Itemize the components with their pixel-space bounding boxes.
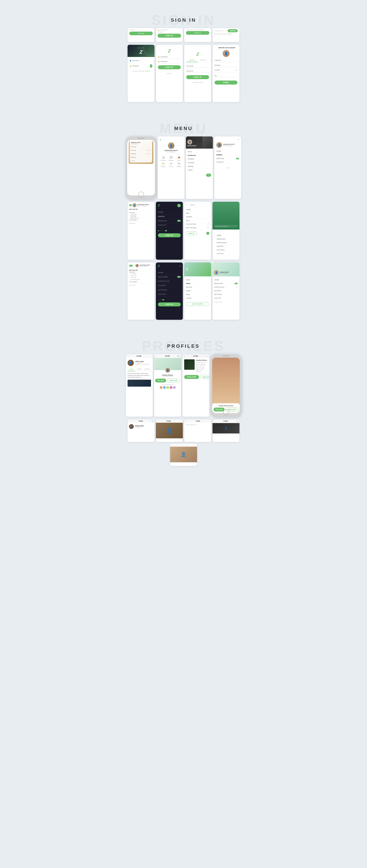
face-heart[interactable]: ♡	[180, 420, 181, 422]
dark2-settings[interactable]: SETTINGS	[158, 288, 181, 292]
pj2-more[interactable]: 🔍	[151, 420, 153, 422]
signin-btn-3[interactable]: SIGN IN	[186, 31, 209, 35]
signin-btn-tabs[interactable]: SIGN IN	[186, 75, 209, 79]
done-btn[interactable]: DONE	[215, 81, 237, 85]
gordon1-back[interactable]: ←	[156, 355, 158, 357]
username-input-1[interactable]	[132, 59, 152, 62]
back-arrow-3[interactable]: ←	[186, 48, 188, 50]
grad-portfolios[interactable]: PORTFOLIOS	[217, 241, 235, 245]
signin-arrow-btn[interactable]: →	[150, 64, 152, 68]
pg2-menu[interactable]: ≡	[214, 420, 215, 422]
tab-signin[interactable]: SIGN IN	[186, 58, 198, 62]
portfolios-icon-item[interactable]: 📁 Portfolios	[160, 162, 167, 167]
grad-history[interactable]: HISTORY	[217, 245, 235, 248]
signin-btn-2[interactable]: SIGN IN	[158, 34, 181, 38]
dashboard-icon-item[interactable]: 📊 Dashboard	[160, 155, 167, 161]
dark-nav-home[interactable]: HOME	[158, 210, 181, 214]
cat-collection[interactable]: COLLECTION (69)	[186, 222, 209, 226]
nav-portfolios[interactable]: Portfolios	[188, 157, 211, 161]
lg-messages[interactable]: MESSAGES 17	[214, 282, 238, 285]
dark-nav-works[interactable]: WORKS	[158, 214, 181, 219]
grad-logout[interactable]: LOG OUT	[217, 252, 235, 255]
delivery-item[interactable]: Delivery	[131, 156, 151, 159]
account-item[interactable]: Account ›	[131, 145, 151, 149]
tab-signup[interactable]: SIGN UP	[198, 58, 209, 62]
grad-home[interactable]: HOME	[217, 234, 235, 237]
dark2-logout[interactable]: LOG OUT	[158, 292, 181, 297]
modern-services[interactable]: Services	[186, 285, 209, 289]
settings-icon-item[interactable]: 🔧 Settings	[175, 162, 182, 167]
grad-messages[interactable]: MESSAGES	[217, 237, 235, 241]
username-input-2[interactable]	[160, 55, 181, 59]
cat-men[interactable]: MEN ›	[186, 212, 209, 215]
cat-add-btn[interactable]: +	[206, 232, 209, 235]
profile-sidebar-back[interactable]: ←	[129, 265, 133, 267]
dark2-messages[interactable]: MESSAGES 67	[158, 275, 181, 279]
gordon2-follow-btn[interactable]: FOLLOW	[184, 375, 199, 379]
nav-dashboard[interactable]: Dashboard	[188, 154, 211, 157]
message-icon-item[interactable]: 💬 Message	[168, 155, 175, 161]
guest-login-link[interactable]: Login with Guest	[186, 82, 209, 83]
ps-dropdown[interactable]: ▼	[151, 265, 153, 267]
cart-item[interactable]: My Cart 2 items ›	[131, 149, 151, 152]
gordon2-heart[interactable]: ♡	[206, 355, 208, 357]
gordon1-search[interactable]: 🔍	[177, 355, 179, 357]
modern-project[interactable]: Project	[186, 289, 209, 293]
modern-home[interactable]: Home	[186, 278, 209, 282]
signin-btn-logo[interactable]: SIGN IN	[158, 65, 181, 69]
submit-icon-item[interactable]: 📤 Submit	[175, 155, 182, 161]
fullname-input[interactable]	[215, 59, 237, 62]
password-input-3[interactable]	[186, 69, 209, 73]
profile-menu-icon[interactable]: ≡	[128, 355, 129, 357]
ps2-menu[interactable]: ≡	[186, 420, 187, 422]
dark-signin-btn[interactable]: SIGN IN	[158, 233, 181, 237]
mockup-message-btn[interactable]: MESSAGE	[226, 408, 238, 411]
wishlist-item[interactable]: Wishlist +6 items ›	[131, 152, 151, 156]
back-btn-cart[interactable]: +	[129, 204, 132, 206]
tab-project[interactable]: Project	[135, 367, 143, 371]
tab-about[interactable]: About	[128, 367, 135, 371]
back-arrow-menu[interactable]: ←	[181, 139, 182, 141]
nav2-contact[interactable]: CONTACT	[216, 160, 239, 164]
nav-settings[interactable]: Settings	[188, 164, 211, 168]
lg-history[interactable]: HISTORY	[214, 289, 238, 293]
modern-contact[interactable]: Contact	[186, 296, 209, 300]
social-icon-1[interactable]: f	[226, 166, 227, 169]
cat-signin-btn[interactable]: SIGN IN	[186, 231, 197, 235]
dark2-home[interactable]: HOME	[158, 271, 181, 275]
mockup-follow-btn[interactable]: FOLLOW	[214, 408, 225, 411]
get-started-btn[interactable]: GET STARTED	[186, 302, 209, 306]
social-icon-2[interactable]: t	[228, 166, 229, 169]
cat-bestseller[interactable]: BEST SELLER (64)	[186, 226, 209, 230]
nav2-message[interactable]: MESSAGE 07	[216, 157, 239, 160]
gender-dropdown-icon[interactable]: ▼	[236, 69, 237, 71]
modern-about[interactable]: About	[186, 282, 209, 285]
password-input-1[interactable]	[132, 64, 149, 67]
dark-menu-add[interactable]: +	[177, 204, 181, 207]
lg-home[interactable]: HOME	[214, 278, 238, 282]
signin-btn-4[interactable]: SIGN IN	[228, 29, 238, 32]
dark2-close[interactable]: ✕	[179, 265, 181, 267]
logout-item[interactable]: Logout	[131, 159, 151, 161]
dark2-portfolios[interactable]: PORTFOLIOS	[158, 279, 181, 283]
gordon2-message-btn[interactable]: MESSAGE	[200, 375, 209, 379]
cat-close[interactable]: ✕	[186, 204, 187, 207]
nav2-works[interactable]: WORKS	[216, 153, 239, 157]
bio-input[interactable]	[215, 74, 237, 78]
cat-kids[interactable]: KIDS ›	[186, 219, 209, 222]
dark-nav-message[interactable]: MESSAGE 09	[158, 219, 181, 223]
dark-nav-contact[interactable]: CONTACT	[158, 223, 181, 227]
lg-logout[interactable]: LOG OUT	[214, 296, 238, 300]
cat-search[interactable]	[189, 204, 209, 207]
pb-back[interactable]: ←	[171, 444, 173, 446]
dark2-history[interactable]: HISTORY	[158, 283, 181, 288]
lg-portfolios[interactable]: PORTFOLIOS ▼	[214, 285, 238, 289]
signin-btn-1[interactable]: SIGN IN	[129, 32, 153, 35]
services-icon-item[interactable]: ⚙ Services	[168, 162, 175, 167]
dark2-signin-btn[interactable]: SIGN IN	[158, 302, 181, 306]
pg2-gear[interactable]: ⚙	[236, 420, 238, 422]
birthday-input[interactable]	[215, 64, 237, 67]
sidebar-green-btn[interactable]: +	[206, 174, 211, 177]
nav-home[interactable]: Home	[188, 150, 211, 154]
grad-settings[interactable]: SETTINGS	[217, 248, 235, 252]
